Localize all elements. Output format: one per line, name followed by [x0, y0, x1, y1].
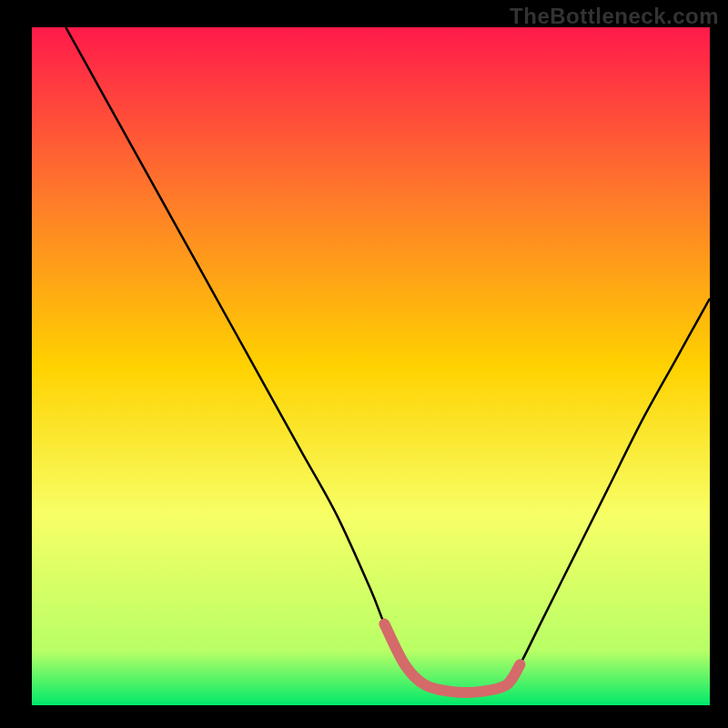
- chart-frame: TheBottleneck.com: [0, 0, 728, 728]
- plot-background: [32, 27, 710, 705]
- watermark-text: TheBottleneck.com: [510, 4, 719, 29]
- chart-canvas: [0, 0, 728, 728]
